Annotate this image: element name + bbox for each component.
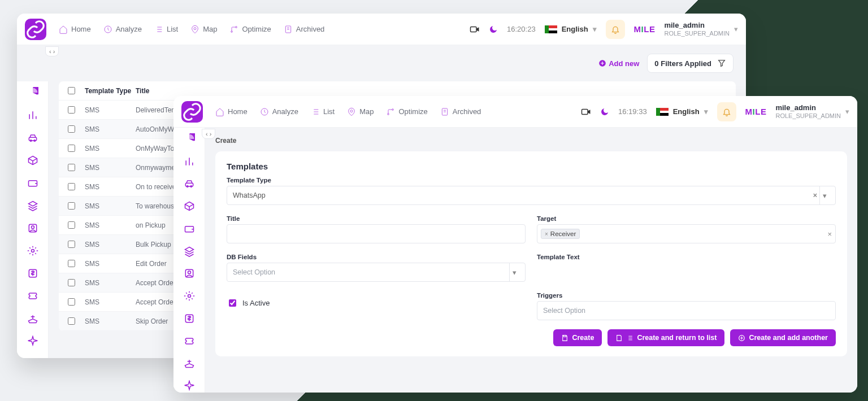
db-fields-placeholder: Select Option — [233, 268, 275, 276]
save-icon — [561, 334, 568, 342]
nav-list[interactable]: List — [311, 107, 335, 116]
row-checkbox[interactable] — [68, 164, 75, 171]
notifications-button[interactable] — [717, 102, 736, 121]
side-dollar[interactable] — [26, 267, 40, 280]
clear-icon[interactable]: × — [827, 230, 832, 238]
side-pie[interactable] — [26, 86, 40, 99]
side-box[interactable] — [26, 154, 40, 167]
chevron-down-icon: ▾ — [819, 186, 830, 204]
video-icon[interactable] — [581, 107, 591, 117]
user-menu[interactable]: mile_admin ROLE_SUPER_ADMIN — [664, 21, 730, 37]
sidebar-toggle[interactable]: ‹ › — [45, 46, 59, 56]
create-button[interactable]: Create — [553, 329, 602, 346]
row-checkbox[interactable] — [68, 279, 75, 286]
list-icon — [311, 107, 320, 116]
nav-optimize[interactable]: Optimize — [229, 25, 271, 34]
home-icon — [215, 107, 224, 116]
moon-icon[interactable] — [489, 25, 498, 34]
add-new-button[interactable]: Add new — [598, 59, 639, 68]
side-pie[interactable] — [183, 132, 196, 146]
create-another-button[interactable]: Create and add another — [730, 329, 836, 346]
box-icon — [27, 155, 38, 166]
row-checkbox[interactable] — [68, 298, 75, 306]
user-menu[interactable]: mile_admin ROLE_SUPER_ADMIN — [775, 103, 841, 120]
side-ship[interactable] — [183, 357, 196, 371]
title-input[interactable] — [227, 224, 526, 243]
nav-map[interactable]: Map — [190, 25, 217, 34]
row-checkbox[interactable] — [68, 317, 75, 325]
side-box[interactable] — [183, 199, 196, 213]
nav-home[interactable]: Home — [215, 107, 248, 116]
notifications-button[interactable] — [606, 20, 625, 39]
topbar-front: Home Analyze List Map Optimize Archived … — [173, 96, 857, 128]
side-gear[interactable] — [26, 244, 40, 258]
row-checkbox[interactable] — [68, 202, 75, 210]
sidebar-toggle[interactable]: ‹ › — [202, 129, 215, 139]
side-bars[interactable] — [183, 155, 196, 168]
brand-logo: MILE — [745, 107, 767, 116]
side-ticket[interactable] — [183, 334, 196, 348]
is-active-checkbox[interactable] — [229, 299, 236, 307]
nav-home[interactable]: Home — [59, 25, 91, 34]
create-window: Home Analyze List Map Optimize Archived … — [173, 96, 857, 393]
side-gear[interactable] — [183, 289, 196, 303]
nav-optimize[interactable]: Optimize — [386, 107, 427, 116]
language-selector[interactable]: English▾ — [545, 25, 597, 33]
nav-map[interactable]: Map — [347, 107, 374, 116]
nav-list[interactable]: List — [154, 25, 178, 34]
remove-tag-icon[interactable]: × — [545, 231, 548, 237]
target-tag[interactable]: ×Receiver — [541, 229, 580, 239]
side-layers[interactable] — [26, 199, 40, 212]
side-car[interactable] — [26, 131, 40, 145]
svg-point-26 — [188, 271, 190, 274]
side-layers[interactable] — [183, 245, 196, 258]
side-wallet[interactable] — [183, 222, 196, 236]
side-ticket[interactable] — [26, 289, 40, 303]
row-checkbox[interactable] — [68, 125, 75, 133]
moon-icon[interactable] — [600, 107, 609, 116]
clear-icon[interactable]: × — [813, 191, 817, 199]
side-plane[interactable] — [26, 334, 40, 348]
db-fields-select[interactable]: Select Option ▾ — [227, 263, 526, 282]
side-dollar[interactable] — [183, 312, 196, 325]
row-checkbox[interactable] — [68, 241, 75, 248]
wallet-icon — [27, 177, 38, 189]
row-checkbox[interactable] — [68, 183, 75, 190]
svg-point-27 — [188, 295, 190, 298]
language-selector[interactable]: English▾ — [656, 107, 708, 116]
label-triggers: Triggers — [537, 292, 836, 299]
label-db-fields: DB Fields — [227, 254, 526, 260]
row-checkbox[interactable] — [68, 106, 75, 114]
chevron-down-icon: ▾ — [845, 107, 849, 116]
triggers-select[interactable]: Select Option — [537, 301, 836, 320]
template-type-select[interactable]: WhatsApp ×▾ — [227, 186, 836, 205]
side-ship[interactable] — [26, 312, 40, 325]
create-return-button[interactable]: Create and return to list — [607, 329, 724, 346]
nav-analyze[interactable]: Analyze — [260, 107, 298, 116]
video-icon[interactable] — [470, 24, 480, 34]
chevron-down-icon: ▾ — [593, 25, 597, 33]
row-checkbox[interactable] — [68, 260, 75, 267]
svg-rect-5 — [471, 27, 477, 32]
target-select[interactable]: ×Receiver × — [537, 224, 836, 243]
row-checkbox[interactable] — [68, 145, 75, 152]
app-logo-tile[interactable] — [181, 101, 203, 123]
filters-button[interactable]: 0 Filters Applied — [647, 54, 734, 73]
row-checkbox[interactable] — [68, 221, 75, 229]
side-user[interactable] — [26, 221, 40, 235]
side-plane[interactable] — [183, 379, 196, 393]
gear-icon — [27, 245, 38, 256]
app-logo-tile[interactable] — [25, 19, 46, 40]
nav-archived[interactable]: Archived — [440, 107, 481, 116]
link-icon — [181, 101, 203, 123]
side-user[interactable] — [183, 267, 196, 281]
plus-circle-icon — [738, 334, 745, 342]
side-bars[interactable] — [26, 108, 40, 122]
side-wallet[interactable] — [26, 176, 40, 190]
nav-archived[interactable]: Archived — [284, 25, 325, 34]
list-icon — [154, 25, 163, 34]
select-all-checkbox[interactable] — [68, 87, 75, 94]
bars-icon — [184, 156, 195, 167]
nav-analyze[interactable]: Analyze — [103, 25, 142, 34]
side-car[interactable] — [183, 177, 196, 191]
